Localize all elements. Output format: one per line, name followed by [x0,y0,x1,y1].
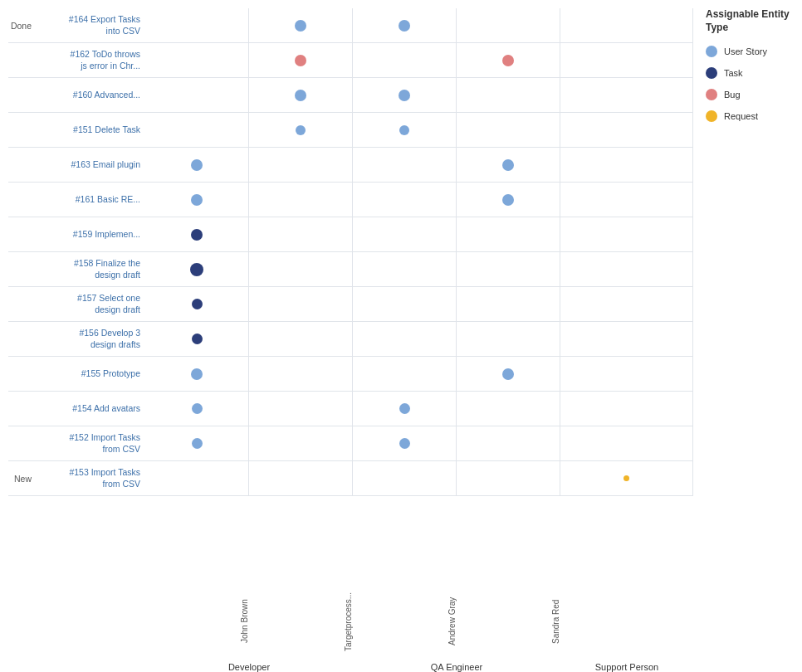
cell-row-156 [145,322,693,357]
label-row-162: #162 ToDo throws js error in Chr... [8,43,145,78]
row-label-152: #152 Import Tasks from CSV [35,426,145,460]
dot-162-targetprocess [295,55,306,66]
cell-164-support1 [560,8,693,42]
cell-158-andrew-gray [353,252,457,286]
cell-153-john-brown [145,461,249,495]
row-label-158: #158 Finalize the design draft [35,252,145,286]
cell-155-sandra-red [457,357,560,391]
group-indicator-done-162 [8,43,35,77]
row-label-154: #154 Add avatars [35,392,145,426]
cell-157-support1 [560,287,693,321]
dot-152-john-brown [192,438,203,449]
label-row-151: #151 Delete Task [8,113,145,148]
group-indicator-done-163 [8,148,35,182]
label-row-163: #163 Email plugin [8,148,145,183]
cell-158-targetprocess [249,252,353,286]
group-indicator-done-156 [8,322,35,356]
cell-164-targetprocess [249,8,353,42]
legend-label-request: Request [724,111,758,121]
cell-row-157 [145,287,693,322]
cell-163-sandra-red [457,148,560,182]
cell-157-sandra-red [457,287,560,321]
group-indicator-done-155 [8,357,35,391]
cell-161-sandra-red [457,183,560,217]
cell-153-sandra-red [457,461,560,495]
cell-161-targetprocess [249,183,353,217]
cell-row-151 [145,113,693,148]
cell-163-john-brown [145,148,249,182]
person-name-sandra-red: Sandra Red [457,582,560,657]
label-row-155: #155 Prototype [8,357,145,392]
group-indicator-new-153: New [8,461,35,495]
cell-160-support1 [560,78,693,112]
cell-159-john-brown [145,217,249,251]
legend-title: Assignable Entity Type [706,8,802,34]
cell-151-sandra-red [457,113,560,147]
dot-161-sandra-red [502,194,514,206]
cell-row-158 [145,252,693,287]
cell-154-support1 [560,392,693,426]
request-dot [706,110,717,122]
cell-151-targetprocess [249,113,353,147]
cell-row-162 [145,43,693,78]
person-names-row: John BrownTargetprocess...Andrew GraySan… [145,582,693,657]
cell-159-support1 [560,217,693,251]
dot-158-john-brown [190,263,203,276]
role-label-developer: Developer [145,657,353,672]
cell-row-163 [145,148,693,183]
cell-157-targetprocess [249,287,353,321]
cells-area [145,8,693,582]
cell-151-andrew-gray [353,113,457,147]
dot-155-john-brown [191,368,203,380]
cell-152-sandra-red [457,426,560,460]
dot-160-andrew-gray [399,90,410,101]
main-content: Done#164 Export Tasks into CSV#162 ToDo … [0,0,693,672]
person-name-support1 [560,582,693,657]
legend-label-user-story: User Story [724,46,767,56]
dot-163-sandra-red [502,159,514,171]
legend-item-bug: Bug [706,89,802,100]
dot-156-john-brown [192,334,203,344]
dot-159-john-brown [191,229,203,241]
cell-156-targetprocess [249,322,353,356]
cell-160-andrew-gray [353,78,457,112]
cell-159-sandra-red [457,217,560,251]
cell-160-sandra-red [457,78,560,112]
cell-155-andrew-gray [353,357,457,391]
dot-161-john-brown [191,194,203,206]
group-indicator-done-154 [8,392,35,426]
row-label-155: #155 Prototype [35,357,145,391]
legend-item-request: Request [706,110,802,122]
cell-155-targetprocess [249,357,353,391]
bug-dot [706,89,717,100]
cell-152-support1 [560,426,693,460]
group-indicator-done-160 [8,78,35,112]
dot-160-targetprocess [295,90,306,101]
legend-label-task: Task [724,68,743,78]
dot-157-john-brown [192,299,203,309]
group-indicator-done-158 [8,252,35,286]
group-indicator-done-161 [8,183,35,217]
row-label-163: #163 Email plugin [35,148,145,182]
cell-154-john-brown [145,392,249,426]
label-area: Done#164 Export Tasks into CSV#162 ToDo … [8,8,145,582]
legend-items: User Story Task Bug Request [706,46,802,122]
cell-163-support1 [560,148,693,182]
dot-151-andrew-gray [399,125,409,135]
cell-152-andrew-gray [353,426,457,460]
label-row-153: New#153 Import Tasks from CSV [8,461,145,496]
cell-160-targetprocess [249,78,353,112]
dot-164-andrew-gray [399,20,410,32]
cell-162-andrew-gray [353,43,457,77]
cell-157-john-brown [145,287,249,321]
cell-156-sandra-red [457,322,560,356]
cell-155-john-brown [145,357,249,391]
legend-item-task: Task [706,67,802,79]
cell-157-andrew-gray [353,287,457,321]
role-labels-row: DeveloperQA EngineerSupport Person [145,657,693,672]
cell-163-targetprocess [249,148,353,182]
rows-area: Done#164 Export Tasks into CSV#162 ToDo … [8,8,693,582]
cell-158-john-brown [145,252,249,286]
cell-156-support1 [560,322,693,356]
cell-163-andrew-gray [353,148,457,182]
